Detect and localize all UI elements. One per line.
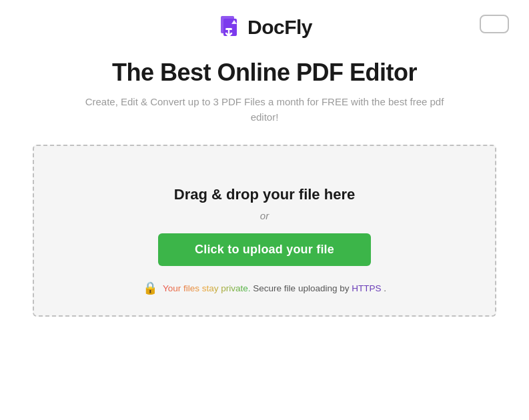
top-right-button[interactable] — [480, 15, 509, 33]
main-content: The Best Online PDF Editor Create, Edit … — [0, 47, 529, 317]
lock-icon: 🔒 — [143, 281, 157, 295]
header: DocFly — [0, 0, 529, 47]
logo: DocFly — [217, 15, 312, 40]
security-note: 🔒 Your files stay private. Secure file u… — [143, 281, 386, 295]
upload-button[interactable]: Click to upload your file — [158, 233, 371, 266]
security-text: Your files stay private. Secure file upl… — [163, 283, 386, 293]
logo-text: DocFly — [247, 16, 312, 39]
logo-icon — [217, 15, 242, 40]
svg-rect-3 — [225, 28, 232, 30]
page-title: The Best Online PDF Editor — [112, 59, 417, 87]
page-subtitle: Create, Edit & Convert up to 3 PDF Files… — [81, 95, 448, 125]
drop-zone[interactable]: Drag & drop your file here or Click to u… — [33, 145, 496, 317]
drag-drop-label: Drag & drop your file here — [174, 186, 355, 203]
or-label: or — [260, 210, 269, 221]
